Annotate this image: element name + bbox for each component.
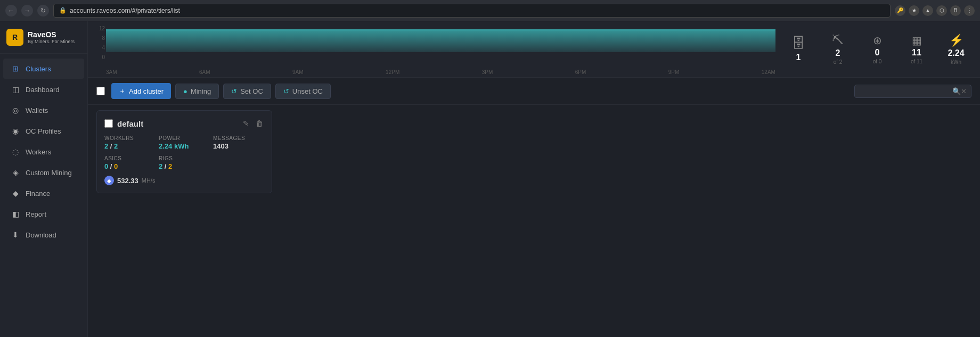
logo-subtitle: By Miners. For Miners: [28, 39, 75, 44]
toolbar: ＋ Add cluster ● Mining ↺ Set OC ↺ Unset …: [88, 78, 980, 105]
sidebar-item-finance[interactable]: ◆ Finance: [3, 183, 84, 203]
rigs-total: 2: [168, 162, 172, 170]
sidebar: R RaveOS By Miners. For Miners ⊞ Cluster…: [0, 21, 88, 337]
x-label-12am: 12AM: [762, 69, 775, 75]
sidebar-item-label: Custom Mining: [26, 169, 72, 177]
asics-sep: /: [110, 162, 114, 170]
select-all-checkbox[interactable]: [96, 87, 105, 95]
chart-section: 12 8 4 0: [88, 21, 781, 77]
stat-clusters-icon: 🗄: [791, 35, 805, 52]
workers-icon: ◌: [11, 147, 20, 157]
stat-power: ⚡ 2.24 kWh: [943, 34, 969, 65]
cluster-stat-asics: ASICS 0 / 0: [104, 155, 156, 170]
cluster-stat-messages: MESSAGES 1403: [213, 135, 264, 150]
browser-bar: ← → ↻ 🔒 accounts.raveos.com/#/private/ti…: [0, 0, 980, 21]
cluster-header: default ✎ 🗑: [104, 118, 264, 129]
search-input[interactable]: [859, 87, 952, 95]
sidebar-item-wallets[interactable]: ◎ Wallets: [3, 100, 84, 120]
logo-icon: R: [6, 29, 23, 46]
report-icon: ◧: [11, 209, 20, 219]
back-button[interactable]: ←: [5, 5, 17, 17]
eth-icon: ◆: [104, 176, 114, 185]
sidebar-item-dashboard[interactable]: ◫ Dashboard: [3, 79, 84, 100]
sidebar-item-label: Clusters: [26, 65, 51, 73]
add-cluster-label: Add cluster: [129, 87, 164, 95]
rigs-stat-value: 2 / 2: [159, 162, 210, 170]
x-label-3am: 3AM: [106, 69, 117, 75]
x-label-6pm: 6PM: [575, 69, 586, 75]
sidebar-item-clusters[interactable]: ⊞ Clusters: [3, 59, 84, 79]
stat-rigs-value: 11: [912, 48, 921, 57]
stat-asics-icon: ⊛: [873, 34, 882, 47]
messages-stat-value: 1403: [213, 142, 264, 150]
custom-mining-icon: ◈: [11, 168, 20, 177]
sidebar-item-oc-profiles[interactable]: ◉ OC Profiles: [3, 121, 84, 141]
asics-online: 0: [104, 162, 108, 170]
menu-icon[interactable]: ⋮: [964, 5, 975, 16]
app-layout: R RaveOS By Miners. For Miners ⊞ Cluster…: [0, 21, 980, 337]
asics-stat-label: ASICS: [104, 155, 156, 161]
finance-icon: ◆: [11, 188, 20, 198]
cluster-stat-rigs: RIGS 2 / 2: [159, 155, 210, 170]
sidebar-item-report[interactable]: ◧ Report: [3, 204, 84, 224]
oc-profiles-icon: ◉: [11, 126, 20, 136]
power-stat-value: 2.24 kWh: [159, 142, 210, 150]
hashrate-value: 532.33: [117, 177, 138, 185]
asics-total: 0: [114, 162, 118, 170]
mining-button[interactable]: ● Mining: [175, 84, 219, 99]
cluster-stat-power: POWER 2.24 kWh: [159, 135, 210, 150]
workers-online: 2: [104, 142, 108, 150]
y-label-8: 8: [96, 35, 105, 41]
clusters-list: default ✎ 🗑 WORKERS 2 / 2: [88, 105, 980, 337]
stat-asics-sub: of 0: [873, 59, 882, 64]
power-stat-label: POWER: [159, 135, 210, 141]
sidebar-item-label: OC Profiles: [26, 127, 61, 135]
stats-icons: 🗄 1 ⛏ 2 of 2 ⊛ 0 of 0 ▦: [781, 21, 980, 77]
search-box[interactable]: 🔍 ✕: [854, 85, 971, 98]
x-label-6am: 6AM: [199, 69, 210, 75]
svg-rect-0: [106, 30, 775, 52]
sidebar-item-label: Download: [26, 231, 56, 239]
cluster-stats: WORKERS 2 / 2 POWER 2.24 kWh: [104, 135, 264, 170]
forward-button[interactable]: →: [21, 5, 33, 17]
sidebar-logo: R RaveOS By Miners. For Miners: [0, 21, 87, 54]
rigs-online: 2: [159, 162, 162, 170]
search-icon: 🔍: [952, 87, 961, 95]
stat-clusters-value: 1: [796, 53, 801, 62]
url-bar[interactable]: 🔒 accounts.raveos.com/#/private/tiers/li…: [53, 4, 891, 18]
mining-icon: ●: [183, 87, 187, 95]
set-oc-icon: ↺: [231, 87, 237, 95]
cluster-stat-workers: WORKERS 2 / 2: [104, 135, 156, 150]
stat-workers-sub: of 2: [834, 59, 843, 65]
add-cluster-button[interactable]: ＋ Add cluster: [111, 83, 171, 99]
reload-button[interactable]: ↻: [37, 5, 49, 17]
set-oc-button[interactable]: ↺ Set OC: [223, 84, 271, 99]
cluster-hashrate: ◆ 532.33 MH/s: [104, 176, 264, 185]
sidebar-item-workers[interactable]: ◌ Workers: [3, 142, 84, 162]
url-text: accounts.raveos.com/#/private/tiers/list: [70, 7, 180, 14]
x-label-3pm: 3PM: [482, 69, 493, 75]
stat-workers-value: 2: [836, 48, 840, 58]
sidebar-item-custom-mining[interactable]: ◈ Custom Mining: [3, 162, 84, 183]
sidebar-item-download[interactable]: ⬇ Download: [3, 225, 84, 245]
x-label-9pm: 9PM: [668, 69, 680, 75]
profile-icon[interactable]: B: [950, 5, 961, 16]
stat-clusters: 🗄 1: [785, 35, 812, 63]
dashboard-icon: ◫: [11, 85, 20, 94]
download-icon: ⬇: [11, 230, 20, 240]
main-content: 12 8 4 0: [88, 21, 980, 337]
asics-stat-value: 0 / 0: [104, 162, 156, 170]
logo-text: RaveOS By Miners. For Miners: [28, 30, 75, 44]
cluster-delete-button[interactable]: 🗑: [255, 118, 264, 129]
cluster-edit-button[interactable]: ✎: [242, 118, 250, 129]
wallets-icon: ◎: [11, 105, 20, 115]
cluster-actions: ✎ 🗑: [242, 118, 264, 129]
search-clear-icon[interactable]: ✕: [961, 87, 967, 95]
stat-rigs-icon: ▦: [912, 34, 922, 47]
hashrate-chart: [106, 26, 775, 60]
unset-oc-label: Unset OC: [292, 87, 323, 95]
unset-oc-button[interactable]: ↺ Unset OC: [275, 84, 331, 99]
stat-asics: ⊛ 0 of 0: [864, 34, 891, 64]
cluster-checkbox[interactable]: [104, 119, 113, 128]
rigs-sep: /: [165, 162, 168, 170]
